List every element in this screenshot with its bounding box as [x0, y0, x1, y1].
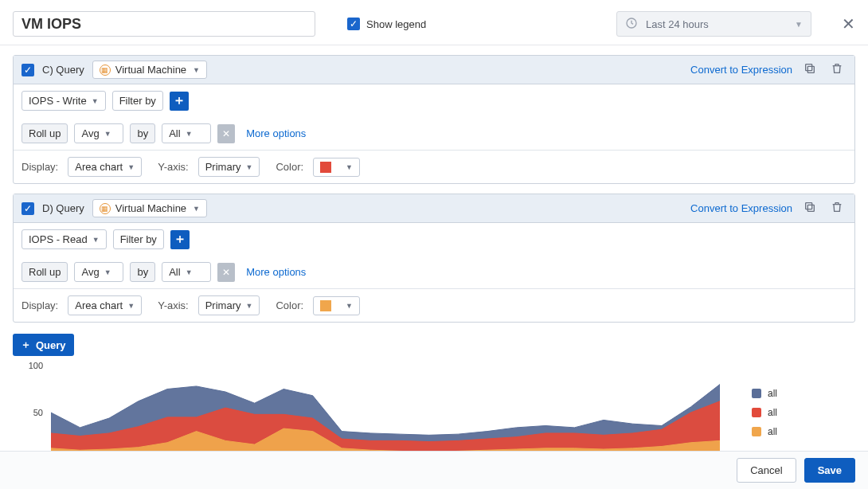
- checkbox-checked-icon: ✓: [347, 18, 360, 30]
- yaxis-selector[interactable]: Primary ▼: [198, 157, 260, 177]
- footer-bar: Cancel Save: [0, 451, 868, 489]
- more-options-link[interactable]: More options: [246, 266, 306, 278]
- metric-filter-row: IOPS - Write ▼ Filter by ＋: [14, 84, 854, 117]
- display-row: Display: Area chart ▼ Y-axis: Primary ▼ …: [14, 150, 854, 183]
- close-button[interactable]: ✕: [842, 14, 855, 33]
- yaxis-label: Y-axis:: [158, 299, 189, 311]
- add-filter-button[interactable]: ＋: [170, 230, 190, 249]
- duplicate-icon[interactable]: [800, 201, 819, 216]
- legend-swatch: [752, 408, 761, 417]
- metric-value: IOPS - Write: [29, 95, 87, 107]
- top-bar: ✓ Show legend Last 24 hours ▼ ✕: [0, 0, 868, 45]
- chevron-down-icon: ▼: [104, 268, 111, 276]
- color-label: Color:: [276, 161, 303, 173]
- filter-by-selector[interactable]: Filter by: [112, 91, 163, 111]
- remove-rollup-button[interactable]: ✕: [217, 124, 235, 143]
- chevron-down-icon: ▼: [104, 130, 111, 138]
- more-options-link[interactable]: More options: [246, 127, 306, 139]
- display-label: Display:: [22, 161, 58, 173]
- svg-rect-2: [806, 65, 812, 71]
- legend-swatch: [752, 389, 761, 398]
- y-tick-label: 50: [13, 408, 43, 417]
- color-label: Color:: [276, 299, 303, 311]
- duplicate-icon[interactable]: [800, 62, 819, 77]
- query-enable-checkbox[interactable]: ✓: [22, 64, 34, 76]
- chevron-down-icon: ▼: [92, 236, 100, 244]
- svg-rect-3: [807, 205, 814, 211]
- metric-value: IOPS - Read: [29, 233, 88, 245]
- vm-icon: ▦: [100, 65, 111, 76]
- legend-label: all: [768, 388, 777, 399]
- delete-icon[interactable]: [827, 62, 846, 77]
- yaxis-label: Y-axis:: [158, 161, 189, 173]
- chevron-down-icon: ▼: [92, 97, 99, 105]
- filter-by-selector[interactable]: Filter by: [113, 229, 164, 249]
- widget-title-input[interactable]: [13, 11, 315, 37]
- show-legend-toggle[interactable]: ✓ Show legend: [347, 18, 426, 30]
- queries-container: ✓ C) Query ▦ Virtual Machine ▼ Convert t…: [0, 45, 868, 323]
- chevron-down-icon: ▼: [245, 163, 252, 171]
- save-button[interactable]: Save: [804, 458, 855, 483]
- rollup-fn-value: Avg: [81, 127, 99, 139]
- chevron-down-icon: ▼: [186, 268, 193, 276]
- svg-rect-4: [806, 203, 812, 209]
- rollup-by-value: All: [169, 127, 180, 139]
- query-id-label: C) Query: [42, 64, 84, 76]
- rollup-by-label-chip: by: [130, 123, 155, 143]
- query-enable-checkbox[interactable]: ✓: [22, 202, 34, 215]
- query-id-label: D) Query: [42, 202, 84, 214]
- add-query-button[interactable]: ＋ Query: [13, 334, 74, 356]
- query-block-d: ✓ D) Query ▦ Virtual Machine ▼ Convert t…: [13, 194, 855, 323]
- display-row: Display: Area chart ▼ Y-axis: Primary ▼ …: [14, 288, 854, 322]
- metric-selector[interactable]: IOPS - Write ▼: [22, 91, 106, 111]
- filter-label: Filter by: [119, 95, 156, 107]
- chevron-down-icon: ▼: [193, 66, 200, 74]
- resource-selector[interactable]: ▦ Virtual Machine ▼: [92, 61, 207, 79]
- rollup-label-chip[interactable]: Roll up: [22, 123, 68, 143]
- chevron-down-icon: ▼: [127, 163, 135, 171]
- chevron-down-icon: ▼: [795, 20, 803, 29]
- yaxis-value: Primary: [205, 161, 241, 173]
- chevron-down-icon: ▼: [193, 205, 200, 213]
- show-legend-label: Show legend: [366, 18, 426, 30]
- rollup-row: Roll up Avg ▼ by All ▼ ✕ More options: [14, 117, 854, 150]
- chevron-down-icon: ▼: [127, 302, 135, 310]
- query-header: ✓ D) Query ▦ Virtual Machine ▼ Convert t…: [14, 194, 854, 223]
- color-selector[interactable]: ▼: [313, 158, 360, 177]
- rollup-fn-selector[interactable]: Avg ▼: [74, 123, 123, 143]
- color-swatch: [320, 300, 331, 311]
- color-swatch: [320, 162, 331, 173]
- filter-label: Filter by: [120, 233, 157, 245]
- display-type-value: Area chart: [75, 299, 123, 311]
- color-selector[interactable]: ▼: [313, 296, 360, 315]
- legend-swatch: [752, 427, 761, 436]
- rollup-by-selector[interactable]: All ▼: [162, 123, 211, 143]
- time-range-selector[interactable]: Last 24 hours ▼: [616, 11, 811, 37]
- yaxis-selector[interactable]: Primary ▼: [198, 295, 260, 315]
- display-type-selector[interactable]: Area chart ▼: [68, 295, 142, 315]
- delete-icon[interactable]: [827, 201, 846, 216]
- convert-to-expression-link[interactable]: Convert to Expression: [690, 64, 792, 76]
- plus-icon: ＋: [21, 338, 31, 352]
- display-type-selector[interactable]: Area chart ▼: [68, 157, 142, 177]
- metric-selector[interactable]: IOPS - Read ▼: [22, 229, 107, 249]
- rollup-by-selector[interactable]: All ▼: [162, 262, 211, 282]
- clock-icon: [625, 17, 638, 32]
- query-header: ✓ C) Query ▦ Virtual Machine ▼ Convert t…: [14, 56, 854, 84]
- resource-name: Virtual Machine: [115, 64, 186, 76]
- rollup-by-value: All: [169, 266, 180, 278]
- chevron-down-icon: ▼: [186, 130, 193, 138]
- cancel-button[interactable]: Cancel: [737, 458, 796, 483]
- resource-selector[interactable]: ▦ Virtual Machine ▼: [92, 199, 207, 217]
- rollup-fn-selector[interactable]: Avg ▼: [74, 262, 123, 282]
- add-filter-button[interactable]: ＋: [170, 92, 189, 111]
- legend-label: all: [768, 426, 777, 437]
- yaxis-value: Primary: [205, 299, 241, 311]
- rollup-label-chip[interactable]: Roll up: [22, 262, 68, 282]
- remove-rollup-button[interactable]: ✕: [217, 263, 235, 282]
- chevron-down-icon: ▼: [245, 302, 252, 310]
- vm-icon: ▦: [100, 203, 111, 214]
- legend-item: all: [752, 388, 855, 399]
- convert-to-expression-link[interactable]: Convert to Expression: [690, 202, 792, 214]
- display-label: Display:: [22, 299, 58, 311]
